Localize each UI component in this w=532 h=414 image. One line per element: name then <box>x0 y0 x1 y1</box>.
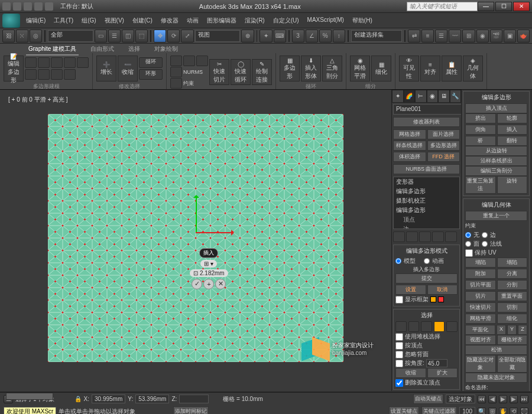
y-axis-icon[interactable] <box>196 198 197 233</box>
cage-color2[interactable] <box>438 296 444 302</box>
cut-button[interactable]: 切割 <box>497 302 528 312</box>
sub-edge[interactable]: 边 <box>394 224 459 229</box>
caddy-ok-icon[interactable]: ✓ <box>192 279 202 289</box>
zoom-icon[interactable]: 🔍 <box>478 408 486 415</box>
hinge-button[interactable]: 从边旋转 <box>465 146 527 156</box>
con-none-radio[interactable] <box>465 232 471 238</box>
z-coord-field[interactable] <box>179 395 209 403</box>
make-unique-icon[interactable] <box>419 232 431 242</box>
select-link-icon[interactable]: ⛓ <box>2 30 15 43</box>
auto-key-button[interactable]: 自动关键点 <box>413 394 443 404</box>
vertex-mode-icon[interactable] <box>25 57 37 68</box>
inset-button[interactable]: 插入 <box>497 125 528 135</box>
app-logo-icon[interactable] <box>2 14 20 28</box>
menu-maxscript[interactable]: MAXScript(M) <box>304 14 348 27</box>
use-stack-check[interactable] <box>395 333 403 341</box>
edit-c1-icon[interactable] <box>170 78 182 89</box>
hide-sel-button[interactable]: 隐藏选定对象 <box>465 355 496 373</box>
bridge-button[interactable]: 桥 <box>465 136 496 146</box>
time-slider[interactable] <box>0 392 532 393</box>
loop-button[interactable]: 循环 <box>139 57 163 68</box>
pin-stack-icon[interactable] <box>393 232 405 242</box>
sel-edge-icon[interactable] <box>408 321 420 332</box>
msmooth-button[interactable]: ◉网格平滑 <box>350 56 370 82</box>
select-move-icon[interactable]: ✥ <box>154 30 166 43</box>
tab-motion-icon[interactable]: ◉ <box>427 90 439 103</box>
window-crossing-icon[interactable]: ⬚ <box>135 30 148 43</box>
qat-undo-icon[interactable] <box>34 2 43 11</box>
flip-button[interactable]: 翻转 <box>497 136 528 146</box>
con-face-radio[interactable] <box>465 241 471 247</box>
menu-modifiers[interactable]: 修改器 <box>157 14 182 27</box>
pan-icon[interactable]: ✋ <box>499 408 507 415</box>
select-rotate-icon[interactable]: ⟳ <box>167 30 180 43</box>
mod-morpher[interactable]: 变形器 <box>394 177 459 187</box>
split-button[interactable]: 分割 <box>497 280 528 290</box>
qat-redo-icon[interactable] <box>45 2 53 11</box>
poly-mode-icon[interactable] <box>64 57 76 68</box>
spinner-snap-icon[interactable]: ↕ <box>333 30 345 43</box>
edit-a2-icon[interactable] <box>183 56 195 66</box>
show-endresult-icon[interactable] <box>406 232 418 242</box>
rotate-button[interactable]: 旋转 <box>497 176 528 194</box>
modifier-stack[interactable]: 变形器 编辑多边形 摄影机校正 编辑多边形 顶点 边 边界 多边形 元素 <box>393 177 460 229</box>
mode-anim-radio[interactable] <box>424 258 430 264</box>
select-region-icon[interactable]: ◫ <box>122 30 134 43</box>
tab-create-icon[interactable]: ✦ <box>392 90 404 103</box>
ribbon-tab-selection[interactable]: 选择 <box>126 44 142 56</box>
add-time-tag-button[interactable]: 添加时间标记 <box>173 406 209 414</box>
goto-end-icon[interactable]: ⏭ <box>520 395 528 403</box>
prev-frame-icon[interactable]: ◀ <box>488 395 497 403</box>
insert-vertex-button[interactable]: 插入顶点 <box>465 103 527 113</box>
tab-modify-icon[interactable]: 🌈 <box>404 90 416 103</box>
max-viewport-icon[interactable]: ⛶ <box>520 408 528 415</box>
align-button[interactable]: ≡对齐 <box>420 56 440 82</box>
select-name-icon[interactable]: ☰ <box>108 30 121 43</box>
ribbon-tab-freeform[interactable]: 自由形式 <box>88 44 116 56</box>
angle-field[interactable] <box>426 359 447 367</box>
selmode-vol[interactable]: 体积选择 <box>393 152 426 162</box>
menu-edit[interactable]: 编辑(E) <box>22 14 49 27</box>
edge-mode-icon[interactable] <box>38 57 50 68</box>
caddy-apply-icon[interactable]: + <box>203 279 214 289</box>
menu-create[interactable]: 创建(C) <box>129 14 156 27</box>
visibility-button[interactable]: 👁可见性 <box>399 56 419 82</box>
relax-button[interactable]: 松弛 <box>465 345 527 355</box>
tab-hierarchy-icon[interactable]: ⊢ <box>415 90 427 103</box>
shrink-sel-button[interactable]: 收缩 <box>395 368 426 378</box>
con-normal-radio[interactable] <box>482 241 488 247</box>
properties-button[interactable]: 📋属性 <box>442 56 462 82</box>
geometry-button[interactable]: ◈几何体 <box>463 56 483 82</box>
shrink-button[interactable]: ➖收缩 <box>118 56 138 82</box>
mode-model-radio[interactable] <box>395 258 401 264</box>
select-object-icon[interactable]: ▭ <box>95 30 107 43</box>
sub-vertex[interactable]: 顶点 <box>394 215 459 224</box>
x-axis-icon[interactable] <box>196 232 231 233</box>
element-mode-icon[interactable] <box>77 57 89 68</box>
sel-polygon-icon[interactable] <box>434 321 445 332</box>
poly-sub4-icon[interactable] <box>64 69 76 80</box>
cage-color1[interactable] <box>430 296 436 302</box>
select-scale-icon[interactable]: ⤢ <box>181 30 193 43</box>
close-button[interactable]: ✕ <box>513 2 530 11</box>
edit-poly-button[interactable]: 📝编辑多边形 <box>4 56 24 82</box>
render-icon[interactable]: 🫖 <box>517 30 530 43</box>
workspace-label[interactable]: 工作台: 默认 <box>60 2 93 11</box>
retriangulate-button[interactable]: 重复三角算法 <box>465 176 496 194</box>
triangulate-button[interactable]: △三角剖分 <box>322 56 342 82</box>
nurbs-surface-button[interactable]: NURBS 曲面选择 <box>393 164 460 174</box>
edit-b1-icon[interactable] <box>170 67 182 77</box>
ribbon-tab-paint[interactable]: 对象绘制 <box>152 44 180 56</box>
sel-vertex-icon[interactable] <box>395 321 407 332</box>
qat-open-icon[interactable] <box>13 2 21 11</box>
current-frame-field[interactable]: 100 <box>459 407 475 414</box>
configure-sets-icon[interactable] <box>445 232 457 242</box>
by-vertex-check[interactable] <box>395 342 403 350</box>
selmode-poly[interactable]: 多边形选择 <box>427 141 460 151</box>
remove-mod-icon[interactable] <box>432 232 444 242</box>
polygons-button[interactable]: ▦多边形 <box>280 56 300 82</box>
border-mode-icon[interactable] <box>51 57 63 68</box>
named-selection-dropdown[interactable]: 创建选择集 <box>351 30 402 42</box>
edit-a1-icon[interactable] <box>170 56 182 66</box>
planarize-button[interactable]: 平面化 <box>465 325 495 335</box>
